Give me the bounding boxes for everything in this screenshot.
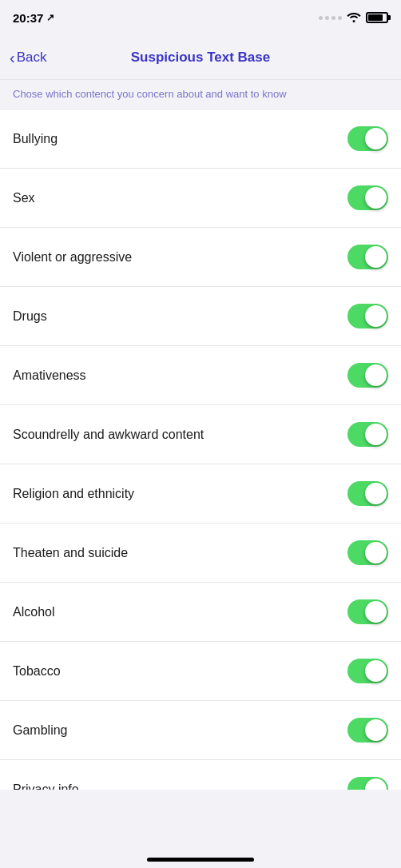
list-item-amativeness: Amativeness xyxy=(0,346,401,405)
back-button[interactable]: ‹ Back xyxy=(10,50,46,66)
toggle-tobacco[interactable] xyxy=(347,659,388,683)
toggle-scoundrelly[interactable] xyxy=(347,422,388,447)
signal-icon xyxy=(319,16,342,20)
content-list: BullyingSexViolent or aggressiveDrugsAma… xyxy=(0,109,401,790)
toggle-thumb-sex xyxy=(365,187,387,209)
status-time: 20:37 ↗ xyxy=(13,11,54,25)
toggle-thumb-alcohol xyxy=(365,601,387,623)
item-label-gambling: Gambling xyxy=(13,723,67,738)
item-label-sex: Sex xyxy=(13,191,35,205)
item-label-amativeness: Amativeness xyxy=(13,368,86,383)
back-label: Back xyxy=(17,50,47,66)
item-label-violent-aggressive: Violent or aggressive xyxy=(13,250,132,265)
toggle-religion-ethnicity[interactable] xyxy=(347,481,388,506)
subtitle-text: Chose which contenct you concern about a… xyxy=(13,88,287,100)
toggle-threaten-suicide[interactable] xyxy=(347,540,388,565)
toggle-thumb-privacy xyxy=(365,778,387,790)
list-item-scoundrelly: Scoundrelly and awkward content xyxy=(0,405,401,464)
battery-icon xyxy=(366,12,388,23)
item-label-threaten-suicide: Theaten and suicide xyxy=(13,546,128,560)
toggle-thumb-violent-aggressive xyxy=(365,246,387,268)
list-item-sex: Sex xyxy=(0,169,401,228)
toggle-drugs[interactable] xyxy=(347,304,388,328)
list-item-alcohol: Alcohol xyxy=(0,583,401,642)
toggle-sex[interactable] xyxy=(347,185,388,210)
item-label-religion-ethnicity: Religion and ethnicity xyxy=(13,487,134,501)
list-item-violent-aggressive: Violent or aggressive xyxy=(0,228,401,287)
toggle-gambling[interactable] xyxy=(347,718,388,743)
toggle-violent-aggressive[interactable] xyxy=(347,245,388,269)
toggle-thumb-amativeness xyxy=(365,364,387,386)
back-chevron-icon: ‹ xyxy=(10,50,15,66)
status-icons xyxy=(319,11,388,25)
list-item-bullying: Bullying xyxy=(0,109,401,169)
page-title: Suspicious Text Base xyxy=(131,50,270,66)
status-bar: 20:37 ↗ xyxy=(0,0,401,35)
list-item-tobacco: Tobacco xyxy=(0,642,401,701)
toggle-privacy[interactable] xyxy=(347,777,388,790)
list-item-threaten-suicide: Theaten and suicide xyxy=(0,524,401,583)
item-label-privacy: Privacy info xyxy=(13,782,79,790)
toggle-bullying[interactable] xyxy=(347,126,388,151)
home-indicator xyxy=(147,858,254,862)
toggle-alcohol[interactable] xyxy=(347,599,388,624)
item-label-bullying: Bullying xyxy=(13,132,58,146)
item-label-alcohol: Alcohol xyxy=(13,605,54,619)
list-item-drugs: Drugs xyxy=(0,287,401,346)
item-label-scoundrelly: Scoundrelly and awkward content xyxy=(13,428,204,442)
wifi-icon xyxy=(347,11,361,25)
toggle-thumb-bullying xyxy=(365,128,387,149)
location-icon: ↗ xyxy=(46,12,54,23)
toggle-thumb-gambling xyxy=(365,719,387,741)
toggle-amativeness[interactable] xyxy=(347,363,388,388)
item-label-tobacco: Tobacco xyxy=(13,664,61,679)
nav-bar: ‹ Back Suspicious Text Base xyxy=(0,35,401,80)
toggle-thumb-threaten-suicide xyxy=(365,542,387,563)
list-item-religion-ethnicity: Religion and ethnicity xyxy=(0,464,401,524)
toggle-thumb-religion-ethnicity xyxy=(365,483,387,504)
time-display: 20:37 xyxy=(13,11,43,25)
toggle-thumb-scoundrelly xyxy=(365,424,387,445)
list-item-gambling: Gambling xyxy=(0,701,401,760)
toggle-thumb-drugs xyxy=(365,305,387,327)
item-label-drugs: Drugs xyxy=(13,309,47,324)
subtitle-bar: Chose which contenct you concern about a… xyxy=(0,80,401,109)
list-item-privacy: Privacy info xyxy=(0,760,401,790)
toggle-thumb-tobacco xyxy=(365,660,387,682)
